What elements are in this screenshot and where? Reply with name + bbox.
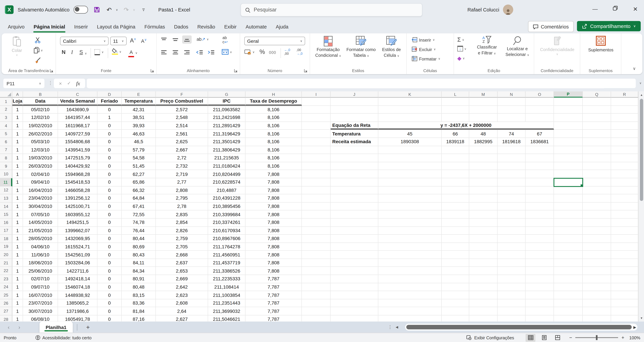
cell-L9[interactable] <box>442 162 469 170</box>
cell-C13[interactable]: 1391256,12 <box>58 195 98 203</box>
cell-G17[interactable]: 210,6170934 <box>208 227 246 235</box>
cell-J4-equation-label[interactable]: Equação da Reta <box>331 122 378 130</box>
cell-M20[interactable] <box>469 251 498 259</box>
cell-N7[interactable] <box>498 146 526 154</box>
cell-E5[interactable]: 46,63 <box>122 130 156 138</box>
increase-indent-button[interactable] <box>208 50 215 55</box>
cell-K13[interactable] <box>378 195 442 203</box>
cell-G14[interactable]: 210,3895456 <box>208 203 246 211</box>
cell-E18[interactable]: 80,44 <box>122 235 156 243</box>
cell-A3[interactable]: 1 <box>12 114 23 122</box>
view-settings-button[interactable]: Exibir Configurações <box>466 335 514 340</box>
cell-F19[interactable]: 2,705 <box>156 243 208 251</box>
cell-F5[interactable]: 2,561 <box>156 130 208 138</box>
row-header-6[interactable]: 6 <box>0 138 12 146</box>
cell-N19[interactable] <box>498 243 526 251</box>
cell-M6[interactable]: 1882995 <box>469 138 498 146</box>
cell-J17[interactable] <box>331 227 378 235</box>
cell-C19[interactable]: 1615524,71 <box>58 243 98 251</box>
cell-F3[interactable]: 2,548 <box>156 114 208 122</box>
align-right-button[interactable] <box>184 50 190 55</box>
row-header-11[interactable]: 11 <box>0 178 12 186</box>
cell-I8[interactable] <box>302 154 331 162</box>
cell-G23[interactable]: 211,2235333 <box>208 275 246 283</box>
select-all-corner[interactable] <box>0 91 12 98</box>
cell-C15[interactable]: 1603955,12 <box>58 211 98 219</box>
cell-M17[interactable] <box>469 227 498 235</box>
cell-G27[interactable]: 211,3699032 <box>208 307 246 315</box>
decrease-font-button[interactable]: A∨ <box>141 38 147 44</box>
row-header-24[interactable]: 24 <box>0 283 12 291</box>
name-box[interactable]: P11 ∨ <box>3 79 44 88</box>
cell-Q9[interactable] <box>583 162 611 170</box>
cell-N2[interactable] <box>498 106 526 114</box>
cell-L3[interactable] <box>442 114 469 122</box>
cell-A2[interactable]: 1 <box>12 106 23 114</box>
column-header-E[interactable]: E <box>122 91 156 98</box>
sheet-tab-planilha1[interactable]: Planilha1 <box>40 322 73 333</box>
orientation-button[interactable]: ab↗ ∨ <box>196 37 209 42</box>
cell-D7[interactable]: 0 <box>98 146 122 154</box>
cell-R12[interactable] <box>611 186 638 195</box>
cell-F15[interactable]: 2,835 <box>156 211 208 219</box>
cell-P24[interactable] <box>554 283 583 291</box>
cell-K2[interactable] <box>378 106 442 114</box>
row-header-16[interactable]: 16 <box>0 219 12 227</box>
cell-M3[interactable] <box>469 114 498 122</box>
cell-O21[interactable] <box>526 259 554 267</box>
cell-A28[interactable]: 1 <box>12 315 23 322</box>
align-top-button[interactable] <box>161 37 167 42</box>
cell-H12[interactable]: 7,808 <box>246 186 302 195</box>
cell-F13[interactable]: 2,795 <box>156 195 208 203</box>
cell-R28[interactable] <box>611 315 638 322</box>
cell-E16[interactable]: 74,78 <box>122 219 156 227</box>
tab-página-inicial[interactable]: Página Inicial <box>29 20 70 33</box>
cell-P13[interactable] <box>554 195 583 203</box>
cell-E26[interactable]: 83,36 <box>122 299 156 307</box>
cell-F12[interactable]: 2,808 <box>156 186 208 195</box>
redo-button[interactable]: ↷ <box>124 6 129 13</box>
cell-N8[interactable] <box>498 154 526 162</box>
cell-P15[interactable] <box>554 211 583 219</box>
accessibility-status[interactable]: Acessibilidade: tudo certo <box>35 335 92 340</box>
cell-O14[interactable] <box>526 203 554 211</box>
cell-B16[interactable]: 14/05/2010 <box>23 219 58 227</box>
cell-C27[interactable]: 1371986,6 <box>58 307 98 315</box>
cell-Q11[interactable] <box>583 178 611 186</box>
cell-O28[interactable] <box>526 315 554 322</box>
cell-N11[interactable] <box>498 178 526 186</box>
cell-C3[interactable]: 1641957,44 <box>58 114 98 122</box>
cell-C20[interactable]: 1542561,09 <box>58 251 98 259</box>
cell-P4[interactable] <box>554 122 583 130</box>
cell-C28[interactable]: 1605491,78 <box>58 315 98 322</box>
cell-G3[interactable]: 211,2421698 <box>208 114 246 122</box>
cell-B7[interactable]: 12/03/10 <box>23 146 58 154</box>
cell-A24[interactable]: 1 <box>12 283 23 291</box>
cell-B3[interactable]: 12/02/10 <box>23 114 58 122</box>
cell-I6[interactable] <box>302 138 331 146</box>
cell-B21[interactable]: 18/06/2010 <box>23 259 58 267</box>
cell-R15[interactable] <box>611 211 638 219</box>
decrease-decimal-button[interactable]: ,00→,0 <box>296 49 302 56</box>
cell-B20[interactable]: 11/06/10 <box>23 251 58 259</box>
column-header-R[interactable]: R <box>611 91 638 98</box>
cell-D11[interactable]: 0 <box>98 178 122 186</box>
cell-N13[interactable] <box>498 195 526 203</box>
cell-N10[interactable] <box>498 170 526 178</box>
cell-L7[interactable] <box>442 146 469 154</box>
cell-K23[interactable] <box>378 275 442 283</box>
cell-J3[interactable] <box>331 114 378 122</box>
cell-R9[interactable] <box>611 162 638 170</box>
cell-B15[interactable]: 07/05/10 <box>23 211 58 219</box>
font-size-select[interactable]: 11 ∨ <box>110 37 127 45</box>
cell-R19[interactable] <box>611 243 638 251</box>
cell-O25[interactable] <box>526 291 554 299</box>
cell-O13[interactable] <box>526 195 554 203</box>
cell-I25[interactable] <box>302 291 331 299</box>
column-header-C[interactable]: C <box>58 91 98 98</box>
cell-I2[interactable] <box>302 106 331 114</box>
autosave-toggle[interactable] <box>74 6 88 14</box>
cell-L15[interactable] <box>442 211 469 219</box>
cell-J5-temperature-label[interactable]: Temperatura <box>331 130 378 138</box>
cut-button[interactable] <box>34 37 41 43</box>
